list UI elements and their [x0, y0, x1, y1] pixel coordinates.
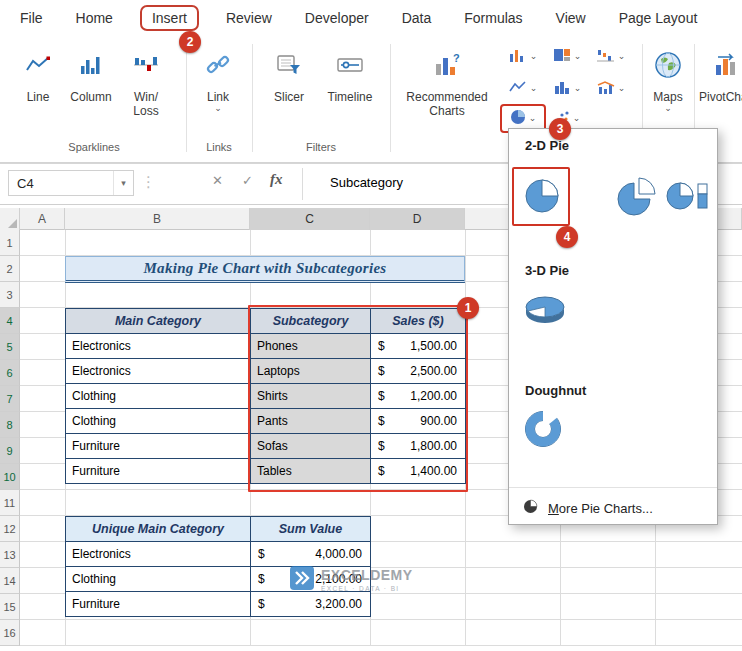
row-header[interactable]: 14 — [0, 568, 20, 594]
links-group-label: Links — [186, 141, 252, 153]
spreadsheet-cell[interactable]: Electronics — [66, 334, 251, 359]
tab-developer[interactable]: Developer — [305, 10, 369, 26]
row-header[interactable]: 11 — [0, 490, 20, 516]
column-sparkline-button[interactable]: Column — [64, 44, 118, 104]
recommended-charts-button[interactable]: ? Recommended Charts — [396, 44, 498, 119]
row-header[interactable]: 6 — [0, 360, 20, 386]
tab-file[interactable]: File — [20, 10, 43, 26]
row-header[interactable]: 7 — [0, 386, 20, 412]
tab-home[interactable]: Home — [76, 10, 113, 26]
insert-combo-chart-button[interactable]: ⌄ — [590, 76, 632, 101]
spreadsheet-cell[interactable]: Furniture — [66, 592, 251, 617]
menu-section-doughnut: Doughnut — [525, 383, 586, 398]
menu-item-exploded-pie[interactable] — [613, 171, 659, 221]
chevron-down-icon: ⌄ — [214, 104, 222, 113]
spreadsheet-cell[interactable]: Furniture — [66, 434, 251, 459]
row-header[interactable]: 2 — [0, 256, 20, 282]
spreadsheet-cell[interactable]: Clothing — [66, 567, 251, 592]
exceldemy-logo-icon — [290, 566, 314, 594]
formula-bar-divider — [302, 168, 303, 200]
menu-item-doughnut[interactable] — [521, 407, 565, 451]
spreadsheet-cell[interactable]: Clothing — [66, 384, 251, 409]
insert-statistic-chart-button[interactable]: ⌄ — [546, 76, 588, 101]
insert-line-chart-button[interactable]: ⌄ — [502, 76, 544, 101]
insert-function-icon[interactable]: fx — [270, 171, 283, 188]
insert-column-chart-button[interactable]: ⌄ — [502, 44, 544, 69]
cancel-icon[interactable]: ✕ — [212, 173, 223, 188]
currency-symbol: $ — [258, 572, 265, 586]
winloss-sparkline-label: Win/ Loss — [133, 90, 158, 119]
row-header[interactable]: 13 — [0, 542, 20, 568]
row-header[interactable]: 3 — [0, 282, 20, 308]
slicer-button[interactable]: Slicer — [260, 44, 318, 104]
winloss-sparkline-icon — [133, 44, 159, 86]
formula-input[interactable]: Subcategory — [330, 175, 403, 190]
maps-button[interactable]: Maps ⌄ — [644, 44, 692, 113]
spreadsheet-cell[interactable]: Main Category — [66, 309, 251, 334]
spreadsheet-cell[interactable]: Clothing — [66, 409, 251, 434]
tab-insert[interactable]: Insert — [140, 5, 199, 31]
menu-item-bar-of-pie[interactable] — [665, 171, 711, 221]
currency-symbol: $ — [258, 547, 265, 561]
row-header[interactable]: 16 — [0, 620, 20, 646]
tab-view[interactable]: View — [556, 10, 586, 26]
watermark-tagline: EXCEL · DATA · BI — [321, 585, 413, 592]
statistic-chart-icon — [553, 80, 571, 98]
column-header-a[interactable]: A — [20, 208, 65, 230]
timeline-icon — [336, 44, 364, 86]
sparklines-group-label: Sparklines — [14, 141, 174, 153]
waterfall-chart-icon — [597, 48, 615, 66]
annotation-badge-1: 1 — [457, 297, 479, 319]
spreadsheet-cell[interactable]: $4,000.00 — [251, 542, 371, 567]
insert-hierarchy-chart-button[interactable]: ⌄ — [546, 44, 588, 69]
row-header[interactable]: 10 — [0, 464, 20, 490]
select-all-corner[interactable] — [0, 208, 20, 230]
menu-item-more-pie-charts[interactable]: More Pie Charts... — [509, 491, 717, 525]
spreadsheet-cell[interactable]: $3,200.00 — [251, 592, 371, 617]
row-header[interactable]: 8 — [0, 412, 20, 438]
enter-icon[interactable]: ✓ — [242, 173, 253, 188]
maps-globe-icon — [653, 44, 683, 86]
annotation-badge-4: 4 — [556, 226, 578, 248]
column-header-b[interactable]: B — [65, 208, 250, 230]
line-sparkline-icon — [25, 44, 51, 86]
timeline-button[interactable]: Timeline — [318, 44, 382, 104]
slicer-icon — [276, 44, 302, 86]
name-box[interactable]: C4 ▾ — [8, 170, 134, 196]
row-header[interactable]: 1 — [0, 230, 20, 256]
chevron-down-icon: ⌄ — [573, 114, 581, 123]
menu-item-3d-pie[interactable] — [519, 287, 571, 331]
insert-waterfall-chart-button[interactable]: ⌄ — [590, 44, 632, 69]
chevron-down-icon: ⌄ — [618, 84, 626, 93]
annotation-box-selected-range — [248, 305, 468, 492]
spreadsheet-cell[interactable]: Electronics — [66, 359, 251, 384]
row-header[interactable]: 9 — [0, 438, 20, 464]
tab-review[interactable]: Review — [226, 10, 272, 26]
line-sparkline-button[interactable]: Line — [14, 44, 62, 104]
row-header[interactable]: 5 — [0, 334, 20, 360]
link-button[interactable]: Link ⌄ — [192, 44, 244, 113]
slicer-label: Slicer — [274, 90, 304, 104]
tab-page-layout[interactable]: Page Layout — [619, 10, 698, 26]
spreadsheet-cell[interactable]: Electronics — [66, 542, 251, 567]
spreadsheet-cell[interactable]: Furniture — [66, 459, 251, 484]
worksheet-title[interactable]: Making Pie Chart with Subcategories — [65, 256, 465, 283]
spreadsheet-cell[interactable]: Unique Main Category — [66, 517, 251, 542]
menu-section-2d-pie: 2-D Pie — [525, 138, 569, 153]
link-label: Link — [207, 90, 229, 104]
column-header-c[interactable]: C — [250, 208, 370, 230]
hierarchy-chart-icon — [553, 48, 571, 66]
row-header[interactable]: 12 — [0, 516, 20, 542]
ribbon-tabs: File Home Insert Review Developer Data F… — [0, 0, 742, 36]
row-header[interactable]: 15 — [0, 594, 20, 620]
row-header[interactable]: 4 — [0, 308, 20, 334]
name-box-dropdown-icon[interactable]: ▾ — [113, 171, 133, 195]
tab-formulas[interactable]: Formulas — [464, 10, 522, 26]
pivotchart-button[interactable]: PivotChart — [698, 44, 742, 104]
tab-data[interactable]: Data — [402, 10, 432, 26]
annotation-box-2d-pie — [512, 167, 570, 226]
column-header-d[interactable]: D — [370, 208, 465, 230]
winloss-sparkline-button[interactable]: Win/ Loss — [120, 44, 172, 119]
chevron-down-icon: ⌄ — [574, 52, 582, 61]
spreadsheet-cell[interactable]: Sum Value — [251, 517, 371, 542]
